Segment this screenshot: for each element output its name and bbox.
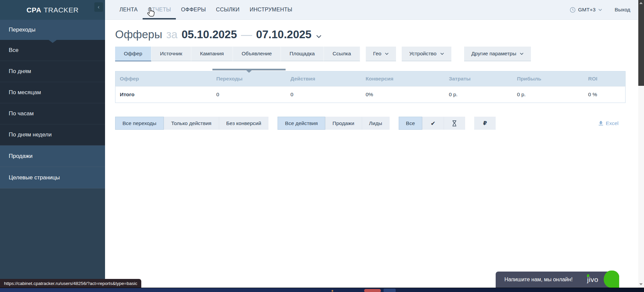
sidebar-menu: Переходы Все По дням По месяцам По часам… xyxy=(0,20,105,188)
tab-link[interactable]: Ссылка xyxy=(324,47,360,61)
tab-label: Объявление xyxy=(242,51,272,57)
other-params-dropdown[interactable]: Другие параметры xyxy=(464,47,531,61)
col-costs[interactable]: Затраты xyxy=(445,71,513,86)
sidebar-item-landing-pages[interactable]: Целевые страницы xyxy=(0,167,105,188)
excel-export-link[interactable]: Excel xyxy=(598,120,618,126)
sidebar-item-label: Переходы xyxy=(9,26,36,33)
excel-label: Excel xyxy=(606,120,618,126)
expanded-notch xyxy=(49,40,57,43)
scrollbar-thumb[interactable] xyxy=(638,0,644,86)
chevron-down-icon xyxy=(385,53,389,55)
dimension-tabs: Оффер Источник Кампания Объявление Площа… xyxy=(115,47,638,61)
chevron-left-icon: ‹ xyxy=(98,4,100,10)
sidebar-item-transitions[interactable]: Переходы xyxy=(0,20,105,40)
filter-no-conversions[interactable]: Без конверсий xyxy=(219,117,268,130)
title-preposition: за xyxy=(166,28,177,41)
nav-label: ССЫЛКИ xyxy=(216,7,240,13)
sort-indicator-arrow xyxy=(246,70,252,73)
filter-currency-ruble[interactable]: ₽ xyxy=(474,117,496,130)
geo-dropdown[interactable]: Гео xyxy=(366,47,396,61)
sidebar-item-by-days[interactable]: По дням xyxy=(0,61,105,82)
nav-tools[interactable]: ИНСТРУМЕНТЫ xyxy=(245,0,297,19)
timezone-selector[interactable]: GMT+3 xyxy=(570,7,602,13)
filter-status-confirmed[interactable]: ✔ xyxy=(422,117,444,130)
tab-label: Кампания xyxy=(200,51,224,57)
app-window: CPA TRACKER ‹ Переходы Все По дням По ме… xyxy=(0,0,644,292)
taskbar-edge xyxy=(0,288,644,292)
tab-platform[interactable]: Площадка xyxy=(281,47,324,61)
filter-leads[interactable]: Лиды xyxy=(362,117,390,130)
tab-campaign[interactable]: Кампания xyxy=(191,47,233,61)
sidebar-item-label: По дням недели xyxy=(9,131,52,138)
date-range-dropdown-icon[interactable] xyxy=(316,28,321,41)
ruble-icon: ₽ xyxy=(483,120,487,126)
mouse-cursor-hand-icon xyxy=(147,7,156,17)
report-name: Офферы xyxy=(115,28,162,41)
logout-link[interactable]: Выход xyxy=(615,7,630,13)
sidebar-item-sales[interactable]: Продажи xyxy=(0,145,105,167)
sidebar-item-by-weekdays[interactable]: По дням недели xyxy=(0,124,105,145)
currency-filter-group: ₽ xyxy=(474,117,496,130)
tab-offer[interactable]: Оффер xyxy=(115,47,151,61)
tab-label: Оффер xyxy=(124,51,142,57)
nav-label: ОФФЕРЫ xyxy=(181,7,206,13)
logo-text-rest: TRACKER xyxy=(44,6,79,14)
jivo-logo: jivo xyxy=(587,276,598,284)
totals-row: Итого 0 0 0% 0 р. 0 р. 0 % xyxy=(115,86,626,103)
filter-status-pending[interactable] xyxy=(444,117,465,130)
hourglass-icon xyxy=(452,120,457,126)
col-clicks[interactable]: Переходы xyxy=(212,71,286,86)
chevron-down-icon xyxy=(440,53,444,55)
date-to[interactable]: 07.10.2025 xyxy=(256,28,311,41)
filter-label: Без конверсий xyxy=(226,120,261,126)
sidebar: CPA TRACKER ‹ Переходы Все По дням По ме… xyxy=(0,0,105,288)
chevron-down-icon xyxy=(598,9,602,11)
status-url: https://cabinet.cpatracker.ru/users/4825… xyxy=(4,281,137,286)
actions-filter-group: Все действия Продажи Лиды xyxy=(278,117,389,130)
totals-clicks: 0 xyxy=(212,86,286,103)
col-actions[interactable]: Действия xyxy=(286,71,361,86)
dropdown-label: Другие параметры xyxy=(472,51,516,57)
scroll-down-arrow-icon[interactable] xyxy=(639,283,643,285)
device-dropdown[interactable]: Устройство xyxy=(402,47,451,61)
filter-label: Все действия xyxy=(285,120,317,126)
nav-feed[interactable]: ЛЕНТА xyxy=(114,0,143,19)
tab-ad[interactable]: Объявление xyxy=(233,47,281,61)
clock-icon xyxy=(570,7,576,13)
date-from[interactable]: 05.10.2025 xyxy=(182,28,237,41)
app-logo[interactable]: CPA TRACKER ‹ xyxy=(0,0,105,20)
filter-all-actions[interactable]: Все действия xyxy=(278,117,325,130)
filter-label: Лиды xyxy=(369,120,382,126)
tab-source[interactable]: Источник xyxy=(151,47,191,61)
sidebar-item-by-months[interactable]: По месяцам xyxy=(0,82,105,103)
chat-widget[interactable]: Напишите нам, мы онлайн! jivo xyxy=(496,272,619,288)
vertical-scrollbar[interactable] xyxy=(638,0,644,288)
filter-label: Все xyxy=(406,120,415,126)
col-profit[interactable]: Прибыль xyxy=(513,71,584,86)
nav-links[interactable]: ССЫЛКИ xyxy=(211,0,245,19)
nav-label: ЛЕНТА xyxy=(119,7,138,13)
scroll-up-arrow-icon[interactable] xyxy=(639,2,643,4)
page-title: Офферы за 05.10.2025 — 07.10.2025 xyxy=(115,28,638,41)
sidebar-item-label: Продажи xyxy=(9,153,33,160)
totals-conversion: 0% xyxy=(361,86,445,103)
sidebar-item-by-hours[interactable]: По часам xyxy=(0,103,105,124)
dimension-tab-group: Оффер Источник Кампания Объявление Площа… xyxy=(115,47,360,61)
dropdown-label: Гео xyxy=(373,51,382,57)
top-nav-menu: ЛЕНТА ОТЧЕТЫ ОФФЕРЫ ССЫЛКИ ИНСТРУМЕНТЫ xyxy=(105,0,297,19)
filter-sales[interactable]: Продажи xyxy=(325,117,362,130)
sidebar-collapse-button[interactable]: ‹ xyxy=(94,2,103,12)
nav-offers[interactable]: ОФФЕРЫ xyxy=(176,0,211,19)
filter-all-transitions[interactable]: Все переходы xyxy=(115,117,164,130)
chat-message: Напишите нам, мы онлайн! xyxy=(496,277,573,283)
col-offer[interactable]: Оффер xyxy=(115,71,212,86)
chevron-down-icon xyxy=(520,53,524,55)
totals-profit: 0 р. xyxy=(513,86,584,103)
col-roi[interactable]: ROI xyxy=(584,71,626,86)
topbar-right: GMT+3 Выход xyxy=(570,0,639,19)
filter-status-all[interactable]: Все xyxy=(399,117,423,130)
date-separator: — xyxy=(241,28,252,41)
sidebar-item-all[interactable]: Все xyxy=(0,40,105,61)
filter-only-actions[interactable]: Только действия xyxy=(164,117,219,130)
col-conversion[interactable]: Конверсия xyxy=(361,71,445,86)
